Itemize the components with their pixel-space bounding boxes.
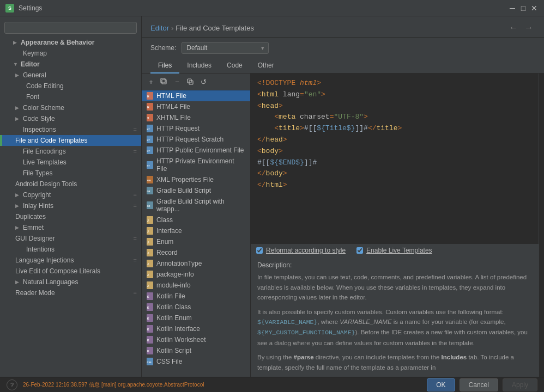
list-item[interactable]: HT HTTP Request <box>142 123 250 134</box>
sidebar-item-intentions[interactable]: Intentions <box>0 244 141 255</box>
sidebar-item-emmet[interactable]: ▶ Emmet <box>0 222 141 233</box>
minimize-button[interactable]: ─ <box>508 4 517 13</box>
tab-other[interactable]: Other <box>250 58 282 74</box>
sidebar-item-editor[interactable]: ▼ Editor <box>0 59 141 70</box>
add-button[interactable]: + <box>145 76 157 88</box>
svg-text:HT: HT <box>147 128 150 131</box>
sidebar-item-code-style[interactable]: ▶ Code Style <box>0 113 141 124</box>
list-item[interactable]: CSS CSS File <box>142 356 250 367</box>
list-item[interactable]: K Kotlin Class <box>142 302 250 313</box>
ok-button[interactable]: OK <box>427 378 455 391</box>
sidebar-item-label: Appearance & Behavior <box>21 39 94 46</box>
list-item-label: HTML4 File <box>156 103 190 111</box>
list-item[interactable]: K Kotlin Worksheet <box>142 334 250 345</box>
svg-text:K: K <box>147 306 149 309</box>
code-line: </head> <box>257 134 532 146</box>
sidebar-item-label: Color Scheme <box>23 104 64 112</box>
list-item[interactable]: J module-info <box>142 280 250 291</box>
list-item-label: XML Properties File <box>156 176 214 183</box>
sidebar-item-keymap[interactable]: Keymap <box>0 48 141 59</box>
selected-marker <box>0 135 2 146</box>
sidebar-item-natural-languages[interactable]: ▶ Natural Languages <box>0 277 141 287</box>
reformat-checkbox-row: Reformat according to style <box>256 247 346 254</box>
list-item[interactable]: J Class <box>142 215 250 225</box>
code-line: </body> <box>257 168 532 180</box>
badge: = <box>134 257 137 264</box>
list-item[interactable]: J Enum <box>142 236 250 247</box>
svg-text:K: K <box>147 350 149 353</box>
sidebar-item-language-injections[interactable]: Language Injections = <box>0 255 141 266</box>
sidebar-item-appearance[interactable]: ▶ Appearance & Behavior <box>0 37 141 48</box>
list-item[interactable]: HT HTTP Request Scratch <box>142 134 250 145</box>
copy-button[interactable] <box>158 76 170 88</box>
sidebar-item-font[interactable]: Font <box>0 91 141 102</box>
list-item-label: Record <box>156 249 178 256</box>
sidebar-item-file-encodings[interactable]: File Encodings = <box>0 146 141 157</box>
code-line: <body> <box>257 146 532 157</box>
list-item[interactable]: X XHTML File <box>142 112 250 123</box>
list-item-label: Kotlin Worksheet <box>156 336 206 344</box>
sidebar-item-file-and-code-templates[interactable]: File and Code Templates <box>0 135 141 146</box>
list-item[interactable]: GR Gradle Build Script with wrapp... <box>142 196 250 215</box>
breadcrumb-parent[interactable]: Editor <box>150 24 169 32</box>
sidebar-item-live-edit-compose[interactable]: Live Edit of Compose Literals <box>0 266 141 277</box>
reset-button[interactable]: ↺ <box>197 76 209 88</box>
list-item[interactable]: XML XML Properties File <box>142 174 250 185</box>
list-item[interactable]: K Kotlin Script <box>142 345 250 356</box>
forward-button[interactable]: → <box>522 22 535 34</box>
var-name-italic: VARIABLE_NAME <box>340 318 391 325</box>
list-item-label: HTTP Request <box>156 125 200 132</box>
scheme-select[interactable]: Default Project <box>182 42 269 54</box>
reformat-checkbox[interactable] <box>256 247 263 254</box>
sidebar-item-code-editing[interactable]: Code Editing <box>0 81 141 91</box>
close-button[interactable]: ✕ <box>530 4 539 13</box>
live-templates-label[interactable]: Enable Live Templates <box>366 247 432 254</box>
search-input[interactable] <box>4 22 137 34</box>
file-icon-kotlin: K <box>146 303 154 311</box>
sidebar-item-file-types[interactable]: File Types <box>0 168 141 179</box>
sidebar-item-android-design-tools[interactable]: Android Design Tools <box>0 179 141 189</box>
apply-button[interactable]: Apply <box>503 378 537 391</box>
maximize-button[interactable]: □ <box>519 4 528 13</box>
list-item[interactable]: K Kotlin Enum <box>142 313 250 323</box>
svg-text:HT: HT <box>147 139 150 142</box>
help-button[interactable]: ? <box>7 379 17 390</box>
list-item[interactable]: H HTML File <box>142 90 250 101</box>
duplicate-button[interactable] <box>184 76 196 88</box>
remove-button[interactable]: − <box>171 76 183 88</box>
list-item[interactable]: H HTML4 File <box>142 101 250 112</box>
sidebar-item-live-templates[interactable]: Live Templates <box>0 157 141 168</box>
tab-files[interactable]: Files <box>150 58 179 74</box>
list-item[interactable]: J Record <box>142 247 250 258</box>
sidebar-item-duplicates[interactable]: Duplicates <box>0 211 141 222</box>
live-templates-checkbox-row: Enable Live Templates <box>356 247 432 254</box>
description-panel: Description: In file templates, you can … <box>251 256 539 377</box>
list-item[interactable]: K Kotlin Interface <box>142 323 250 334</box>
cancel-button[interactable]: Cancel <box>460 378 498 391</box>
back-button[interactable]: ← <box>507 22 520 34</box>
code-editor[interactable]: <!DOCTYPE html> <html lang="en"> <head> … <box>251 74 539 244</box>
sidebar-item-gui-designer[interactable]: GUI Designer = <box>0 233 141 244</box>
file-icon-html: H <box>146 103 154 111</box>
list-item-label: module-info <box>156 281 191 289</box>
sidebar-item-reader-mode[interactable]: Reader Mode = <box>0 287 141 298</box>
sidebar-item-general[interactable]: ▶ General <box>0 70 141 81</box>
list-item[interactable]: GR Gradle Build Script <box>142 185 250 196</box>
list-item[interactable]: HT HTTP Private Environment File <box>142 156 250 174</box>
sidebar-item-inspections[interactable]: Inspections = <box>0 124 141 135</box>
list-item[interactable]: J package-info <box>142 269 250 280</box>
list-item[interactable]: K Kotlin File <box>142 291 250 302</box>
reformat-label[interactable]: Reformat according to style <box>266 247 346 254</box>
live-templates-checkbox[interactable] <box>356 247 363 254</box>
sidebar-item-inlay-hints[interactable]: ▶ Inlay Hints = <box>0 200 141 211</box>
scheme-label: Scheme: <box>150 44 176 52</box>
list-item[interactable]: HT HTTP Public Environment File <box>142 145 250 156</box>
sidebar-item-copyright[interactable]: ▶ Copyright = <box>0 189 141 200</box>
list-item[interactable]: J Interface <box>142 225 250 236</box>
tab-code[interactable]: Code <box>219 58 250 74</box>
file-icon-kotlin: K <box>146 325 154 333</box>
list-item[interactable]: J AnnotationType <box>142 258 250 269</box>
tab-includes[interactable]: Includes <box>179 58 219 74</box>
sidebar-item-color-scheme[interactable]: ▶ Color Scheme <box>0 102 141 113</box>
file-icon-http: HT <box>146 125 154 132</box>
